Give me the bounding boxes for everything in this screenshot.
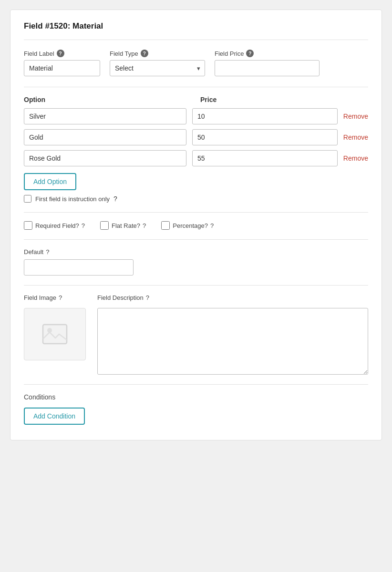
field-label-input[interactable] bbox=[24, 60, 100, 76]
option-name-input-3[interactable] bbox=[24, 150, 186, 166]
field-price-input[interactable] bbox=[215, 60, 320, 76]
table-row: Remove bbox=[24, 108, 368, 124]
field-row: Field Label ? Field Type ? Select Text R… bbox=[24, 50, 368, 76]
flat-rate-label: Flat Rate? ? bbox=[112, 222, 146, 229]
divider-options-top bbox=[24, 87, 368, 87]
divider-default bbox=[24, 239, 368, 240]
conditions-label: Conditions bbox=[24, 393, 368, 401]
first-field-label: First field is instruction only bbox=[35, 195, 110, 203]
option-price-input-3[interactable] bbox=[192, 150, 338, 166]
required-field-item: Required Field? ? bbox=[24, 221, 85, 230]
divider-conditions bbox=[24, 384, 368, 385]
image-placeholder[interactable] bbox=[24, 308, 86, 360]
field-label-label: Field Label ? bbox=[24, 50, 100, 57]
default-help-icon[interactable]: ? bbox=[46, 248, 49, 255]
flat-rate-help-icon[interactable]: ? bbox=[143, 222, 146, 229]
table-row: Remove bbox=[24, 129, 368, 145]
field-type-text: Field Type bbox=[110, 50, 138, 57]
svg-rect-0 bbox=[43, 325, 67, 344]
first-field-row: First field is instruction only ? bbox=[24, 195, 368, 203]
remove-button-2[interactable]: Remove bbox=[343, 133, 368, 141]
first-field-checkbox[interactable] bbox=[24, 195, 31, 203]
checkbox-row: Required Field? ? Flat Rate? ? Percentag… bbox=[24, 221, 368, 230]
first-field-help-icon[interactable]: ? bbox=[113, 195, 117, 203]
remove-button-1[interactable]: Remove bbox=[343, 112, 368, 120]
conditions-section: Conditions Add Condition bbox=[24, 393, 368, 425]
field-type-help-icon[interactable]: ? bbox=[141, 50, 148, 57]
field-price-group: Field Price ? bbox=[215, 50, 320, 76]
add-option-button[interactable]: Add Option bbox=[24, 173, 76, 190]
percentage-help-icon[interactable]: ? bbox=[210, 222, 214, 229]
field-type-select-wrap: Select Text Radio Checkbox Textarea ▾ bbox=[110, 60, 205, 76]
required-field-help-icon[interactable]: ? bbox=[82, 222, 85, 229]
card-title: Field #1520: Material bbox=[24, 21, 368, 31]
field-label-help-icon[interactable]: ? bbox=[57, 50, 64, 57]
percentage-checkbox[interactable] bbox=[161, 221, 170, 230]
options-header: Option Price bbox=[24, 96, 368, 103]
field-image-help-icon[interactable]: ? bbox=[59, 294, 62, 301]
flat-rate-checkbox[interactable] bbox=[100, 221, 109, 230]
image-icon bbox=[42, 323, 68, 346]
percentage-label: Percentage? ? bbox=[173, 222, 214, 229]
field-image-label: Field Image ? bbox=[24, 294, 86, 301]
divider-top bbox=[24, 40, 368, 40]
default-input[interactable] bbox=[24, 259, 134, 276]
default-section: Default ? bbox=[24, 248, 368, 276]
table-row: Remove bbox=[24, 150, 368, 166]
option-price-input-1[interactable] bbox=[192, 108, 338, 124]
required-field-label: Required Field? ? bbox=[35, 222, 85, 229]
field-type-label: Field Type ? bbox=[110, 50, 205, 57]
field-description-label: Field Description ? bbox=[97, 294, 368, 301]
image-desc-row: Field Image ? Field Description ? bbox=[24, 294, 368, 375]
field-description-help-icon[interactable]: ? bbox=[146, 294, 149, 301]
add-condition-button[interactable]: Add Condition bbox=[24, 408, 85, 425]
options-header-option: Option bbox=[24, 96, 200, 103]
field-label-group: Field Label ? bbox=[24, 50, 100, 76]
field-description-textarea[interactable] bbox=[97, 308, 368, 375]
field-type-select[interactable]: Select Text Radio Checkbox Textarea bbox=[110, 60, 205, 76]
remove-button-3[interactable]: Remove bbox=[343, 154, 368, 162]
field-type-group: Field Type ? Select Text Radio Checkbox … bbox=[110, 50, 205, 76]
field-description-col: Field Description ? bbox=[97, 294, 368, 375]
field-card: Field #1520: Material Field Label ? Fiel… bbox=[10, 10, 382, 440]
divider-image bbox=[24, 285, 368, 286]
divider-checkboxes bbox=[24, 212, 368, 213]
flat-rate-item: Flat Rate? ? bbox=[100, 221, 146, 230]
options-header-price: Price bbox=[200, 96, 217, 103]
percentage-item: Percentage? ? bbox=[161, 221, 214, 230]
field-price-help-icon[interactable]: ? bbox=[246, 50, 254, 57]
default-label: Default ? bbox=[24, 248, 368, 255]
option-name-input-2[interactable] bbox=[24, 129, 186, 145]
required-field-checkbox[interactable] bbox=[24, 221, 32, 230]
option-name-input-1[interactable] bbox=[24, 108, 186, 124]
field-price-label: Field Price ? bbox=[215, 50, 320, 57]
field-label-text: Field Label bbox=[24, 50, 54, 57]
field-price-text: Field Price bbox=[215, 50, 244, 57]
option-price-input-2[interactable] bbox=[192, 129, 338, 145]
field-image-col: Field Image ? bbox=[24, 294, 86, 360]
